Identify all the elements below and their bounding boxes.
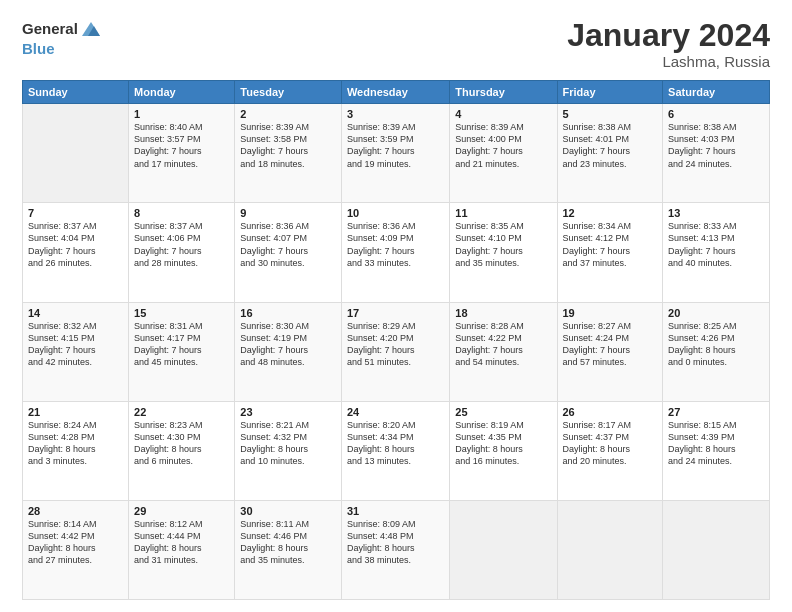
day-info: Sunrise: 8:09 AM Sunset: 4:48 PM Dayligh…: [347, 518, 444, 567]
day-number: 18: [455, 307, 551, 319]
day-number: 25: [455, 406, 551, 418]
cell-w4-d4: 24Sunrise: 8:20 AM Sunset: 4:34 PM Dayli…: [341, 401, 449, 500]
day-info: Sunrise: 8:24 AM Sunset: 4:28 PM Dayligh…: [28, 419, 123, 468]
cell-w5-d7: [663, 500, 770, 599]
cell-w2-d5: 11Sunrise: 8:35 AM Sunset: 4:10 PM Dayli…: [450, 203, 557, 302]
cell-w2-d7: 13Sunrise: 8:33 AM Sunset: 4:13 PM Dayli…: [663, 203, 770, 302]
cell-w3-d2: 15Sunrise: 8:31 AM Sunset: 4:17 PM Dayli…: [129, 302, 235, 401]
day-info: Sunrise: 8:33 AM Sunset: 4:13 PM Dayligh…: [668, 220, 764, 269]
day-number: 10: [347, 207, 444, 219]
col-thursday: Thursday: [450, 81, 557, 104]
day-info: Sunrise: 8:29 AM Sunset: 4:20 PM Dayligh…: [347, 320, 444, 369]
day-number: 28: [28, 505, 123, 517]
calendar-table: Sunday Monday Tuesday Wednesday Thursday…: [22, 80, 770, 600]
cell-w2-d1: 7Sunrise: 8:37 AM Sunset: 4:04 PM Daylig…: [23, 203, 129, 302]
day-info: Sunrise: 8:38 AM Sunset: 4:01 PM Dayligh…: [563, 121, 658, 170]
cell-w5-d2: 29Sunrise: 8:12 AM Sunset: 4:44 PM Dayli…: [129, 500, 235, 599]
day-info: Sunrise: 8:11 AM Sunset: 4:46 PM Dayligh…: [240, 518, 336, 567]
week-row-3: 14Sunrise: 8:32 AM Sunset: 4:15 PM Dayli…: [23, 302, 770, 401]
day-info: Sunrise: 8:39 AM Sunset: 3:58 PM Dayligh…: [240, 121, 336, 170]
day-info: Sunrise: 8:15 AM Sunset: 4:39 PM Dayligh…: [668, 419, 764, 468]
day-number: 3: [347, 108, 444, 120]
cell-w1-d4: 3Sunrise: 8:39 AM Sunset: 3:59 PM Daylig…: [341, 104, 449, 203]
logo-general: General: [22, 21, 78, 38]
day-info: Sunrise: 8:20 AM Sunset: 4:34 PM Dayligh…: [347, 419, 444, 468]
day-number: 26: [563, 406, 658, 418]
cell-w3-d7: 20Sunrise: 8:25 AM Sunset: 4:26 PM Dayli…: [663, 302, 770, 401]
header-row: Sunday Monday Tuesday Wednesday Thursday…: [23, 81, 770, 104]
cell-w5-d1: 28Sunrise: 8:14 AM Sunset: 4:42 PM Dayli…: [23, 500, 129, 599]
week-row-1: 1Sunrise: 8:40 AM Sunset: 3:57 PM Daylig…: [23, 104, 770, 203]
day-info: Sunrise: 8:12 AM Sunset: 4:44 PM Dayligh…: [134, 518, 229, 567]
day-number: 13: [668, 207, 764, 219]
day-info: Sunrise: 8:25 AM Sunset: 4:26 PM Dayligh…: [668, 320, 764, 369]
header: General Blue January 2024 Lashma, Russia: [22, 18, 770, 70]
location: Lashma, Russia: [567, 53, 770, 70]
logo-blue: Blue: [22, 40, 55, 57]
week-row-4: 21Sunrise: 8:24 AM Sunset: 4:28 PM Dayli…: [23, 401, 770, 500]
day-info: Sunrise: 8:40 AM Sunset: 3:57 PM Dayligh…: [134, 121, 229, 170]
page: General Blue January 2024 Lashma, Russia…: [0, 0, 792, 612]
cell-w3-d4: 17Sunrise: 8:29 AM Sunset: 4:20 PM Dayli…: [341, 302, 449, 401]
cell-w4-d3: 23Sunrise: 8:21 AM Sunset: 4:32 PM Dayli…: [235, 401, 342, 500]
cell-w2-d3: 9Sunrise: 8:36 AM Sunset: 4:07 PM Daylig…: [235, 203, 342, 302]
logo-icon: [80, 18, 102, 40]
day-number: 29: [134, 505, 229, 517]
day-number: 22: [134, 406, 229, 418]
day-number: 20: [668, 307, 764, 319]
day-info: Sunrise: 8:17 AM Sunset: 4:37 PM Dayligh…: [563, 419, 658, 468]
day-info: Sunrise: 8:23 AM Sunset: 4:30 PM Dayligh…: [134, 419, 229, 468]
day-number: 16: [240, 307, 336, 319]
day-number: 1: [134, 108, 229, 120]
cell-w5-d6: [557, 500, 663, 599]
day-number: 21: [28, 406, 123, 418]
cell-w3-d5: 18Sunrise: 8:28 AM Sunset: 4:22 PM Dayli…: [450, 302, 557, 401]
week-row-2: 7Sunrise: 8:37 AM Sunset: 4:04 PM Daylig…: [23, 203, 770, 302]
cell-w4-d6: 26Sunrise: 8:17 AM Sunset: 4:37 PM Dayli…: [557, 401, 663, 500]
day-number: 14: [28, 307, 123, 319]
day-info: Sunrise: 8:28 AM Sunset: 4:22 PM Dayligh…: [455, 320, 551, 369]
day-info: Sunrise: 8:37 AM Sunset: 4:04 PM Dayligh…: [28, 220, 123, 269]
day-number: 11: [455, 207, 551, 219]
logo: General Blue: [22, 18, 102, 58]
cell-w5-d4: 31Sunrise: 8:09 AM Sunset: 4:48 PM Dayli…: [341, 500, 449, 599]
cell-w2-d2: 8Sunrise: 8:37 AM Sunset: 4:06 PM Daylig…: [129, 203, 235, 302]
cell-w3-d6: 19Sunrise: 8:27 AM Sunset: 4:24 PM Dayli…: [557, 302, 663, 401]
day-number: 4: [455, 108, 551, 120]
col-monday: Monday: [129, 81, 235, 104]
day-number: 5: [563, 108, 658, 120]
day-info: Sunrise: 8:39 AM Sunset: 3:59 PM Dayligh…: [347, 121, 444, 170]
title-block: January 2024 Lashma, Russia: [567, 18, 770, 70]
day-info: Sunrise: 8:31 AM Sunset: 4:17 PM Dayligh…: [134, 320, 229, 369]
day-info: Sunrise: 8:39 AM Sunset: 4:00 PM Dayligh…: [455, 121, 551, 170]
cell-w1-d6: 5Sunrise: 8:38 AM Sunset: 4:01 PM Daylig…: [557, 104, 663, 203]
day-info: Sunrise: 8:37 AM Sunset: 4:06 PM Dayligh…: [134, 220, 229, 269]
day-info: Sunrise: 8:38 AM Sunset: 4:03 PM Dayligh…: [668, 121, 764, 170]
col-saturday: Saturday: [663, 81, 770, 104]
cell-w1-d3: 2Sunrise: 8:39 AM Sunset: 3:58 PM Daylig…: [235, 104, 342, 203]
cell-w4-d5: 25Sunrise: 8:19 AM Sunset: 4:35 PM Dayli…: [450, 401, 557, 500]
month-title: January 2024: [567, 18, 770, 53]
cell-w3-d1: 14Sunrise: 8:32 AM Sunset: 4:15 PM Dayli…: [23, 302, 129, 401]
cell-w1-d5: 4Sunrise: 8:39 AM Sunset: 4:00 PM Daylig…: [450, 104, 557, 203]
day-number: 9: [240, 207, 336, 219]
cell-w4-d2: 22Sunrise: 8:23 AM Sunset: 4:30 PM Dayli…: [129, 401, 235, 500]
cell-w1-d1: [23, 104, 129, 203]
day-info: Sunrise: 8:35 AM Sunset: 4:10 PM Dayligh…: [455, 220, 551, 269]
day-info: Sunrise: 8:21 AM Sunset: 4:32 PM Dayligh…: [240, 419, 336, 468]
day-number: 24: [347, 406, 444, 418]
day-info: Sunrise: 8:30 AM Sunset: 4:19 PM Dayligh…: [240, 320, 336, 369]
col-wednesday: Wednesday: [341, 81, 449, 104]
cell-w4-d1: 21Sunrise: 8:24 AM Sunset: 4:28 PM Dayli…: [23, 401, 129, 500]
day-number: 31: [347, 505, 444, 517]
cell-w2-d6: 12Sunrise: 8:34 AM Sunset: 4:12 PM Dayli…: [557, 203, 663, 302]
cell-w3-d3: 16Sunrise: 8:30 AM Sunset: 4:19 PM Dayli…: [235, 302, 342, 401]
day-number: 8: [134, 207, 229, 219]
day-number: 15: [134, 307, 229, 319]
day-info: Sunrise: 8:32 AM Sunset: 4:15 PM Dayligh…: [28, 320, 123, 369]
day-number: 2: [240, 108, 336, 120]
day-number: 6: [668, 108, 764, 120]
cell-w2-d4: 10Sunrise: 8:36 AM Sunset: 4:09 PM Dayli…: [341, 203, 449, 302]
col-sunday: Sunday: [23, 81, 129, 104]
cell-w1-d2: 1Sunrise: 8:40 AM Sunset: 3:57 PM Daylig…: [129, 104, 235, 203]
